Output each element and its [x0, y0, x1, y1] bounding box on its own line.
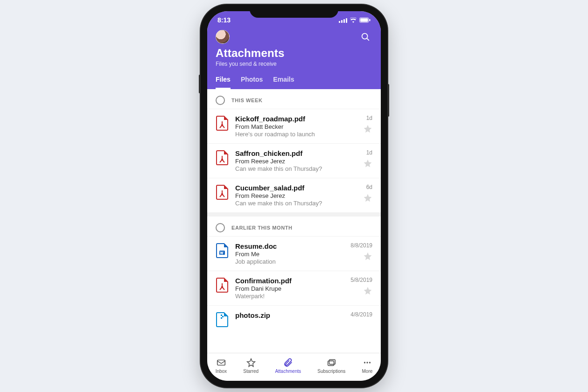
file-snippet: Can we make this on Thursday? [235, 165, 357, 172]
pdf-icon [216, 184, 229, 207]
page-subtitle: Files you send & receive [216, 61, 372, 67]
page-title: Attachments [216, 47, 372, 60]
attachment-row[interactable]: photos.zip 4/8/2019 [207, 306, 381, 333]
section-separator [207, 213, 381, 217]
file-name: photos.zip [235, 311, 344, 319]
svg-rect-2 [369, 19, 370, 21]
star-icon[interactable] [363, 124, 372, 133]
pdf-icon [216, 149, 229, 172]
tab-emails[interactable]: Emails [273, 72, 294, 89]
section-label: THIS WEEK [231, 98, 263, 103]
file-from: From Matt Becker [235, 123, 357, 130]
file-snippet: Here's our roadmap to launch [235, 131, 357, 138]
file-from: From Dani Krupe [235, 285, 344, 292]
file-time: 6d [366, 184, 372, 190]
section-header: EARLIER THIS MONTH [207, 217, 381, 237]
file-from: From Me [235, 251, 344, 258]
attachment-row[interactable]: Saffron_chicken.pdf From Reese Jerez Can… [207, 144, 381, 178]
search-button[interactable] [358, 30, 372, 44]
file-name: Confirmation.pdf [235, 277, 344, 285]
svg-rect-11 [222, 316, 224, 317]
header-zone: 8:13 [207, 11, 381, 89]
file-from: From Reese Jerez [235, 192, 357, 199]
file-snippet: Job application [235, 258, 344, 265]
file-time: 8/8/2019 [350, 242, 372, 249]
more-icon [362, 357, 372, 368]
file-time: 1d [366, 149, 372, 156]
doc-icon [216, 242, 229, 265]
attachment-row[interactable]: Cucumber_salad.pdf From Reese Jerez Can … [207, 178, 381, 213]
battery-icon [359, 17, 371, 23]
file-time: 1d [366, 115, 372, 121]
star-icon [246, 357, 256, 368]
file-name: Saffron_chicken.pdf [235, 149, 357, 157]
nav-label: More [362, 369, 373, 374]
svg-rect-13 [217, 360, 225, 365]
file-from: From Reese Jerez [235, 158, 357, 165]
zip-icon [216, 311, 229, 327]
star-icon[interactable] [363, 252, 372, 261]
avatar[interactable] [216, 30, 230, 44]
file-time: 5/8/2019 [350, 277, 372, 283]
svg-rect-1 [360, 18, 368, 21]
screen: 8:13 [207, 11, 381, 381]
svg-rect-10 [221, 315, 222, 316]
nav-label: Subscriptions [317, 369, 345, 374]
pdf-icon [216, 115, 229, 138]
nav-attachments[interactable]: Attachments [275, 357, 301, 374]
nav-label: Attachments [275, 369, 301, 374]
file-time: 4/8/2019 [350, 311, 372, 318]
file-name: Cucumber_salad.pdf [235, 184, 357, 192]
file-snippet: Can we make this on Thursday? [235, 200, 357, 207]
star-icon[interactable] [363, 286, 372, 295]
tab-files[interactable]: Files [216, 72, 231, 89]
nav-subscriptions[interactable]: Subscriptions [317, 357, 345, 374]
nav-label: Inbox [216, 369, 227, 374]
file-snippet: Waterpark! [235, 293, 344, 300]
nav-more[interactable]: More [362, 357, 373, 374]
pdf-icon [216, 277, 229, 300]
svg-line-4 [367, 38, 369, 40]
section-header: THIS WEEK [207, 89, 381, 109]
star-icon[interactable] [363, 159, 372, 168]
nav-starred[interactable]: Starred [243, 357, 259, 374]
attachments-list: THIS WEEK Kickoff_roadmap.pdf From Matt … [207, 89, 381, 353]
star-icon[interactable] [363, 193, 372, 203]
attachment-row[interactable]: Confirmation.pdf From Dani Krupe Waterpa… [207, 271, 381, 306]
status-time: 8:13 [217, 16, 231, 24]
select-all-circle[interactable] [216, 96, 225, 105]
device-notch [250, 5, 338, 18]
file-name: Kickoff_roadmap.pdf [235, 115, 357, 123]
search-icon [360, 32, 371, 42]
svg-rect-12 [221, 317, 222, 319]
attachment-row[interactable]: Resume.doc From Me Job application 8/8/2… [207, 237, 381, 271]
tab-photos[interactable]: Photos [241, 72, 263, 89]
svg-point-18 [369, 362, 371, 363]
paperclip-icon [283, 357, 293, 368]
inbox-icon [216, 357, 226, 368]
tabs: Files Photos Emails [207, 72, 381, 89]
svg-rect-15 [329, 360, 336, 364]
bottom-nav: Inbox Starred Attachments Subscriptions [207, 353, 381, 381]
subscriptions-icon [326, 357, 336, 368]
file-name: Resume.doc [235, 242, 344, 250]
nav-label: Starred [243, 369, 259, 374]
attachment-row[interactable]: Kickoff_roadmap.pdf From Matt Becker Her… [207, 109, 381, 144]
svg-point-17 [366, 362, 368, 363]
svg-point-16 [364, 362, 365, 363]
phone-frame: 8:13 [201, 5, 387, 387]
wifi-icon [350, 17, 357, 23]
select-all-circle[interactable] [216, 223, 225, 232]
nav-inbox[interactable]: Inbox [216, 357, 227, 374]
signal-icon [339, 18, 347, 23]
section-label: EARLIER THIS MONTH [231, 225, 293, 231]
